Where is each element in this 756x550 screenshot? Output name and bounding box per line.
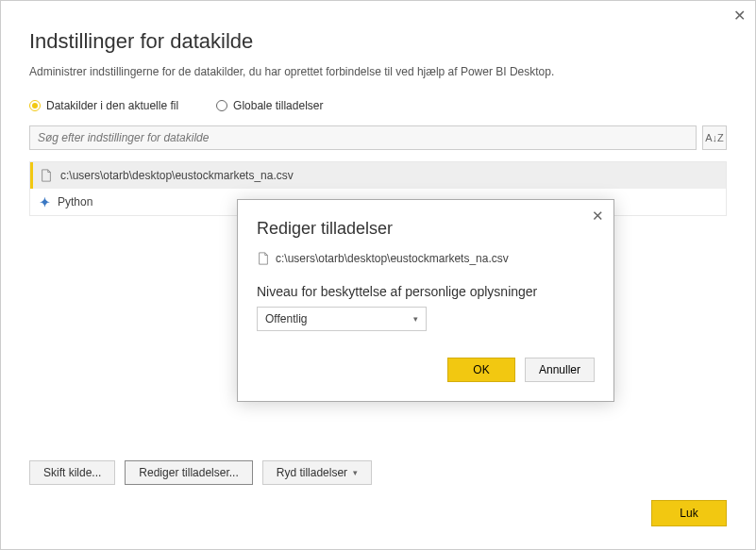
python-icon: ✦ <box>40 195 50 209</box>
close-icon[interactable]: ✕ <box>592 208 604 225</box>
list-item-label: Python <box>58 195 92 208</box>
file-icon <box>257 252 270 265</box>
radio-global-permissions[interactable]: Globale tilladelser <box>216 99 323 112</box>
chevron-down-icon: ▾ <box>353 468 358 477</box>
page-subtitle: Administrer indstillingerne for de datak… <box>29 65 727 78</box>
list-item[interactable]: c:\users\otarb\desktop\eustockmarkets_na… <box>30 162 726 189</box>
clear-permissions-button[interactable]: Ryd tilladelser ▾ <box>262 460 372 485</box>
scope-radio-group: Datakilder i den aktuelle fil Globale ti… <box>29 99 727 112</box>
privacy-level-label: Niveau for beskyttelse af personlige opl… <box>257 284 595 299</box>
dialog-title: Rediger tilladelser <box>257 219 595 239</box>
ok-button[interactable]: OK <box>447 358 515 382</box>
edit-permissions-dialog: ✕ Rediger tilladelser c:\users\otarb\des… <box>237 199 614 402</box>
list-item-label: c:\users\otarb\desktop\eustockmarkets_na… <box>60 169 294 182</box>
page-title: Indstillinger for datakilde <box>29 29 727 54</box>
select-value: Offentlig <box>265 312 307 325</box>
search-input[interactable] <box>29 125 697 150</box>
close-button[interactable]: Luk <box>651 500 727 526</box>
chevron-down-icon: ▾ <box>413 314 418 324</box>
dialog-path: c:\users\otarb\desktop\eustockmarkets_na… <box>276 252 509 265</box>
radio-current-file[interactable]: Datakilder i den aktuelle fil <box>29 99 178 112</box>
edit-permissions-button[interactable]: Rediger tilladelser... <box>125 460 252 485</box>
radio-label: Datakilder i den aktuelle fil <box>46 99 178 112</box>
radio-dot-icon <box>216 100 227 111</box>
file-icon <box>40 169 53 182</box>
cancel-button[interactable]: Annuller <box>525 358 595 382</box>
privacy-level-select[interactable]: Offentlig ▾ <box>257 307 427 331</box>
sort-az-icon: A↓Z <box>705 132 724 143</box>
radio-dot-icon <box>29 100 41 111</box>
change-source-button[interactable]: Skift kilde... <box>29 460 115 485</box>
close-icon[interactable]: ✕ <box>733 7 746 25</box>
button-label: Ryd tilladelser <box>277 466 347 479</box>
radio-label: Globale tilladelser <box>233 99 323 112</box>
sort-button[interactable]: A↓Z <box>702 125 727 150</box>
